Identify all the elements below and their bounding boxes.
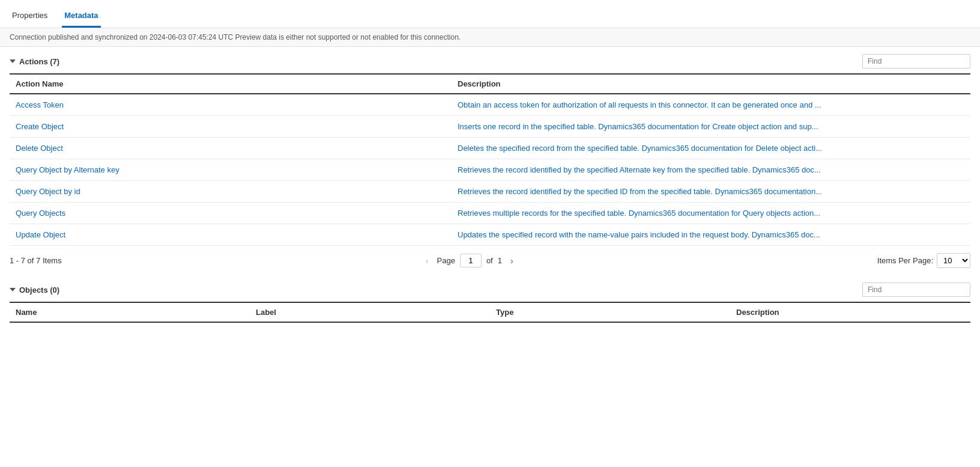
description-cell: Updates the specified record with the na… [452,224,970,246]
objects-col-name: Name [10,302,250,322]
actions-title-group: Actions (7) [10,57,59,66]
next-page-button[interactable]: › [507,255,517,267]
action-name-cell[interactable]: Delete Object [10,138,452,159]
tab-properties[interactable]: Properties [10,6,50,28]
table-row: Delete ObjectDeletes the specified recor… [10,138,970,159]
action-name-cell[interactable]: Create Object [10,116,452,138]
items-per-page-label: Items Per Page: [877,256,933,265]
action-name-cell[interactable]: Query Objects [10,203,452,224]
objects-col-label: Label [250,302,490,322]
description-cell: Inserts one record in the specified tabl… [452,116,970,138]
tab-metadata[interactable]: Metadata [62,6,100,28]
table-row: Access TokenObtain an access token for a… [10,94,970,116]
description-cell: Retrieves the record identified by the s… [452,159,970,181]
objects-find-input[interactable] [862,282,970,297]
table-row: Query ObjectsRetrieves multiple records … [10,203,970,224]
status-bar: Connection published and synchronized on… [0,28,980,47]
actions-section: Actions (7) Action Name Description Acce… [0,47,980,246]
objects-title: Objects (0) [19,285,59,295]
tabs-bar: Properties Metadata [0,0,980,28]
of-label: of [486,256,493,265]
action-name-cell[interactable]: Query Object by Alternate key [10,159,452,181]
items-per-page-group: Items Per Page: 10 25 50 100 [877,253,970,268]
action-name-cell[interactable]: Query Object by id [10,181,452,203]
table-row: Query Object by Alternate keyRetrieves t… [10,159,970,181]
description-cell: Obtain an access token for authorization… [452,94,970,116]
actions-chevron-icon[interactable] [10,60,16,63]
action-name-cell[interactable]: Access Token [10,94,452,116]
page-number-input[interactable] [460,254,482,267]
objects-table-header-row: Name Label Type Description [10,302,970,322]
actions-col-description: Description [452,74,970,94]
description-cell: Retrieves multiple records for the speci… [452,203,970,224]
objects-title-group: Objects (0) [10,285,59,295]
pagination-bar: 1 - 7 of 7 Items ‹ Page of 1 › Items Per… [0,246,980,275]
actions-table: Action Name Description Access TokenObta… [10,73,970,246]
total-pages: 1 [498,256,502,265]
objects-col-type: Type [490,302,730,322]
description-cell: Retrieves the record identified by the s… [452,181,970,203]
pagination-center: ‹ Page of 1 › [422,254,517,267]
objects-section: Objects (0) Name Label Type Description [0,275,980,323]
actions-title: Actions (7) [19,57,59,66]
objects-chevron-icon[interactable] [10,288,16,291]
page-label: Page [437,256,455,265]
objects-table: Name Label Type Description [10,302,970,323]
description-cell: Deletes the specified record from the sp… [452,138,970,159]
actions-find-input[interactable] [862,54,970,69]
items-count-label: 1 - 7 of 7 Items [10,256,62,265]
per-page-select[interactable]: 10 25 50 100 [937,253,970,268]
actions-col-action-name: Action Name [10,74,452,94]
action-name-cell[interactable]: Update Object [10,224,452,246]
prev-page-button[interactable]: ‹ [422,255,432,267]
actions-section-header: Actions (7) [10,54,970,69]
main-container: Properties Metadata Connection published… [0,0,980,467]
objects-col-description: Description [730,302,970,322]
actions-table-header-row: Action Name Description [10,74,970,94]
table-row: Update ObjectUpdates the specified recor… [10,224,970,246]
objects-section-header: Objects (0) [10,282,970,297]
table-row: Query Object by idRetrieves the record i… [10,181,970,203]
table-row: Create ObjectInserts one record in the s… [10,116,970,138]
status-message: Connection published and synchronized on… [10,33,461,41]
